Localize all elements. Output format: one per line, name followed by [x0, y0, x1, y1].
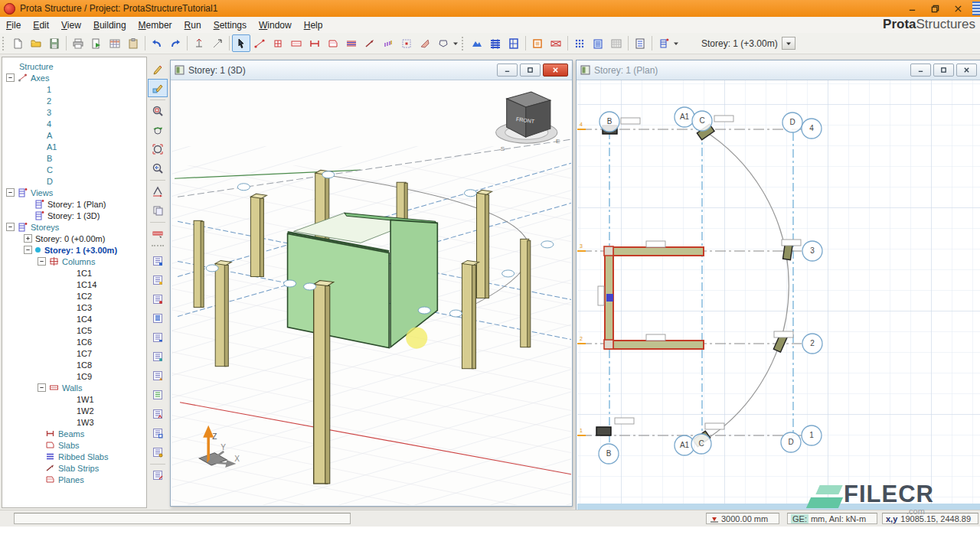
storey-tool-5-button[interactable] — [148, 328, 168, 347]
new-button[interactable] — [8, 34, 27, 52]
sketch-button[interactable] — [148, 60, 168, 78]
menu-file[interactable]: File — [0, 18, 27, 33]
storey-tool-7-button[interactable] — [148, 367, 168, 385]
storey-tool-12-button[interactable] — [148, 466, 168, 484]
spreadsheet-button[interactable] — [106, 34, 124, 52]
tree-axis-item[interactable]: 4 — [47, 119, 51, 129]
menu-settings[interactable]: Settings — [207, 18, 253, 33]
window-plan-maximize-button[interactable] — [933, 64, 954, 77]
frame-view-button[interactable] — [505, 34, 523, 52]
menu-edit[interactable]: Edit — [27, 18, 55, 33]
tree-column-item[interactable]: 1C6 — [77, 337, 92, 347]
storey-tool-11-button[interactable] — [148, 443, 168, 461]
storey-selector-dropdown[interactable] — [782, 37, 795, 50]
polyline-dropdown[interactable] — [452, 35, 459, 51]
slab-strip-button[interactable] — [361, 34, 379, 52]
tree-axis-item[interactable]: 1 — [47, 85, 51, 94]
tree-collapse-box[interactable] — [6, 73, 15, 82]
tree-storey0[interactable]: Storey: 0 (+0.00m) — [35, 234, 105, 243]
tree-group-beams[interactable]: Beams — [58, 429, 84, 439]
pick-lines-button[interactable] — [208, 34, 227, 52]
tree-group-axes[interactable]: Axes — [31, 73, 49, 83]
status-coordinates[interactable]: x,y 19085.15, 2448.89 — [882, 513, 978, 524]
window-3d-maximize-button[interactable] — [520, 64, 541, 77]
zoom-previous-button[interactable] — [148, 159, 168, 178]
toolbar-grip[interactable] — [152, 245, 164, 250]
sheet-view-button[interactable] — [631, 34, 649, 52]
viewport-plan[interactable]: 4 3 2 1 B A1 — [577, 80, 980, 504]
tree-wall-item[interactable]: 1W2 — [77, 406, 94, 416]
ribbed-slab-button[interactable] — [342, 34, 361, 52]
menu-window[interactable]: Window — [253, 18, 298, 33]
storey-tool-4-button[interactable] — [148, 309, 168, 328]
storey-nav-dropdown[interactable] — [673, 35, 680, 51]
detail-box-button[interactable] — [528, 34, 547, 52]
export-button[interactable] — [87, 34, 106, 52]
menu-building[interactable]: Building — [87, 18, 132, 33]
status-z-level[interactable]: 3000.00 mm — [706, 513, 779, 524]
tree-axis-item[interactable]: D — [47, 177, 53, 186]
tree-storey1-selected[interactable]: Storey: 1 (+3.00m) — [44, 246, 117, 255]
tree-group-walls[interactable]: Walls — [62, 383, 82, 393]
hatch-tool-button[interactable] — [416, 34, 434, 52]
measure-button[interactable] — [148, 224, 168, 243]
minimize-button[interactable] — [900, 2, 923, 15]
storey-tool-9-button[interactable] — [148, 405, 168, 423]
wall-tool-button[interactable] — [287, 34, 305, 52]
tree-collapse-box[interactable] — [6, 188, 15, 197]
tree-column-item[interactable]: 1C3 — [77, 303, 92, 312]
toolbar-grip[interactable] — [462, 37, 466, 51]
tree-axis-item[interactable]: B — [47, 154, 52, 163]
storey-nav-button[interactable] — [655, 34, 673, 52]
slab-tool-button[interactable] — [324, 34, 342, 52]
storey-tool-2-button[interactable] — [148, 271, 168, 289]
edit-mode-button[interactable] — [148, 79, 168, 97]
tree-column-item[interactable]: 1C7 — [77, 349, 92, 358]
tree-group-ribbed-slabs[interactable]: Ribbed Slabs — [58, 452, 108, 461]
tree-axis-item[interactable]: A1 — [47, 142, 57, 152]
restore-button[interactable] — [923, 2, 946, 15]
tree-column-item[interactable]: 1C2 — [77, 292, 92, 301]
tree-root[interactable]: Structure — [19, 62, 54, 71]
beam-tool-button[interactable] — [305, 34, 324, 52]
tree-column-item[interactable]: 1C8 — [77, 360, 92, 370]
column-tool-button[interactable] — [269, 34, 287, 52]
zoom-extents-button[interactable] — [148, 140, 168, 158]
menu-member[interactable]: Member — [132, 18, 178, 33]
pattern-button[interactable] — [570, 34, 589, 52]
tree-column-item[interactable]: 1C4 — [77, 315, 92, 324]
copy-view-button[interactable] — [148, 201, 168, 220]
tree-column-item[interactable]: 1C5 — [77, 326, 92, 335]
tree-axis-item[interactable]: C — [47, 165, 53, 174]
undo-button[interactable] — [148, 34, 166, 52]
truss-button[interactable] — [547, 34, 565, 52]
close-button[interactable] — [946, 2, 969, 15]
tree-column-item[interactable]: 1C14 — [77, 280, 96, 289]
window-plan-minimize-button[interactable] — [910, 64, 931, 77]
tree-axis-item[interactable]: A — [47, 131, 52, 140]
grid-view-button[interactable] — [486, 34, 505, 52]
window-plan-titlebar[interactable]: Storey: 1 (Plan) — [577, 60, 980, 80]
status-units[interactable]: GE: mm, Anl: kN-m — [787, 513, 877, 524]
storey-tool-8-button[interactable] — [148, 386, 168, 404]
storey-tool-6-button[interactable] — [148, 347, 168, 366]
print-button[interactable] — [69, 34, 87, 52]
window-plan-close-button[interactable] — [956, 64, 977, 77]
storey-tool-3-button[interactable] — [148, 290, 168, 308]
building-view-button[interactable] — [589, 34, 607, 52]
tree-axis-item[interactable]: 3 — [47, 108, 51, 117]
tree-wall-item[interactable]: 1W3 — [77, 418, 94, 427]
tree-wall-item[interactable]: 1W1 — [77, 395, 94, 404]
storey-tool-1-button[interactable] — [148, 252, 168, 270]
tree-column-item[interactable]: 1C9 — [77, 372, 92, 381]
select-cursor-button[interactable] — [232, 34, 250, 52]
zoom-window-button[interactable] — [148, 102, 168, 120]
open-button[interactable] — [27, 34, 45, 52]
tree-view-item[interactable]: Storey: 1 (Plan) — [47, 200, 106, 209]
menu-help[interactable]: Help — [298, 18, 329, 33]
tree-collapse-box[interactable] — [24, 246, 32, 254]
menu-run[interactable]: Run — [178, 18, 207, 33]
polyline-tool-button[interactable] — [434, 34, 452, 52]
window-3d-close-button[interactable] — [543, 64, 568, 77]
window-3d-titlebar[interactable]: Storey: 1 (3D) — [171, 60, 572, 80]
